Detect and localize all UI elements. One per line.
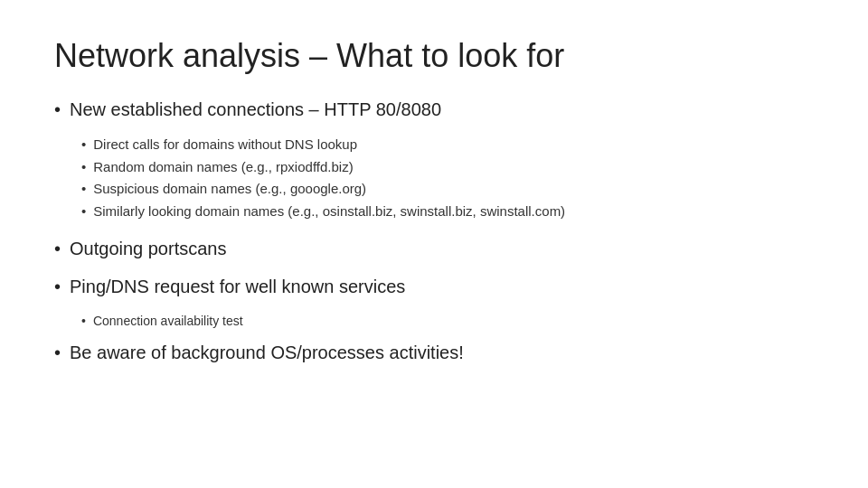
content: • New established connections – HTTP 80/… <box>54 97 814 369</box>
slide: Network analysis – What to look for • Ne… <box>0 0 868 488</box>
bullet-1-1-text: Direct calls for domains without DNS loo… <box>93 135 357 155</box>
bullet-3-1-dot: • <box>81 312 86 331</box>
bullet-3-1: • Connection availability test <box>81 312 814 331</box>
bullet-1-1-dot: • <box>81 135 86 155</box>
bullet-1-2: • Random domain names (e.g., rpxiodffd.b… <box>81 157 814 178</box>
bullet-1-4: • Similarly looking domain names (e.g., … <box>81 202 814 222</box>
bullet-1-dot: • <box>54 97 61 122</box>
bullet-1-4-text: Similarly looking domain names (e.g., os… <box>93 202 565 222</box>
bullet-1-text: New established connections – HTTP 80/80… <box>70 97 441 122</box>
bullet-1: • New established connections – HTTP 80/… <box>54 97 814 122</box>
bullet-1-2-dot: • <box>81 157 86 178</box>
bullet-3-subbullets: • Connection availability test <box>81 312 814 331</box>
bullet-2-dot: • <box>54 236 61 261</box>
bullet-1-1: • Direct calls for domains without DNS l… <box>81 135 814 155</box>
bullet-4-text: Be aware of background OS/processes acti… <box>70 340 464 365</box>
bullet-4-dot: • <box>54 340 61 365</box>
bullet-1-subbullets: • Direct calls for domains without DNS l… <box>81 135 814 221</box>
bullet-3-dot: • <box>54 274 61 299</box>
bullet-2-text: Outgoing portscans <box>70 236 226 261</box>
bullet-3: • Ping/DNS request for well known servic… <box>54 274 814 299</box>
bullet-4: • Be aware of background OS/processes ac… <box>54 340 814 365</box>
bullet-3-1-text: Connection availability test <box>93 312 243 331</box>
bullet-2: • Outgoing portscans <box>54 236 814 261</box>
slide-title: Network analysis – What to look for <box>54 36 814 75</box>
bullet-1-3: • Suspicious domain names (e.g., gooogle… <box>81 179 814 200</box>
bullet-1-2-text: Random domain names (e.g., rpxiodffd.biz… <box>93 157 353 178</box>
bullet-1-3-dot: • <box>81 179 86 200</box>
bullet-1-3-text: Suspicious domain names (e.g., gooogle.o… <box>93 179 366 200</box>
bullet-3-text: Ping/DNS request for well known services <box>70 274 405 299</box>
bullet-1-4-dot: • <box>81 202 86 222</box>
